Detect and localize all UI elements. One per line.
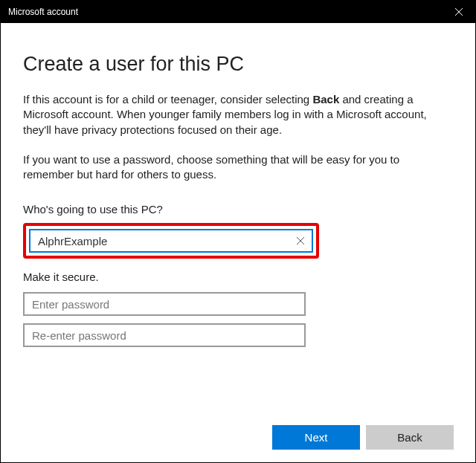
confirm-password-input[interactable] <box>23 323 306 347</box>
password-input[interactable] <box>23 292 306 316</box>
clear-input-button[interactable] <box>294 232 307 250</box>
description-2: If you want to use a password, choose so… <box>23 152 453 183</box>
username-field-wrap <box>29 229 313 253</box>
next-button[interactable]: Next <box>272 425 360 450</box>
back-button[interactable]: Back <box>366 425 454 450</box>
content-area: Create a user for this PC If this accoun… <box>1 23 475 354</box>
close-icon <box>455 8 463 16</box>
desc1-pre: If this account is for a child or teenag… <box>23 93 312 106</box>
secure-label: Make it secure. <box>23 271 453 283</box>
desc1-bold: Back <box>312 93 339 106</box>
x-icon <box>297 237 304 245</box>
username-input[interactable] <box>29 229 313 253</box>
username-label: Who's going to use this PC? <box>23 203 453 216</box>
page-title: Create a user for this PC <box>23 53 453 76</box>
titlebar: Microsoft account <box>1 1 475 23</box>
username-highlight <box>23 223 319 259</box>
window-title: Microsoft account <box>8 7 78 17</box>
footer-buttons: Next Back <box>272 425 454 450</box>
close-button[interactable] <box>442 1 475 23</box>
description-1: If this account is for a child or teenag… <box>23 92 453 137</box>
